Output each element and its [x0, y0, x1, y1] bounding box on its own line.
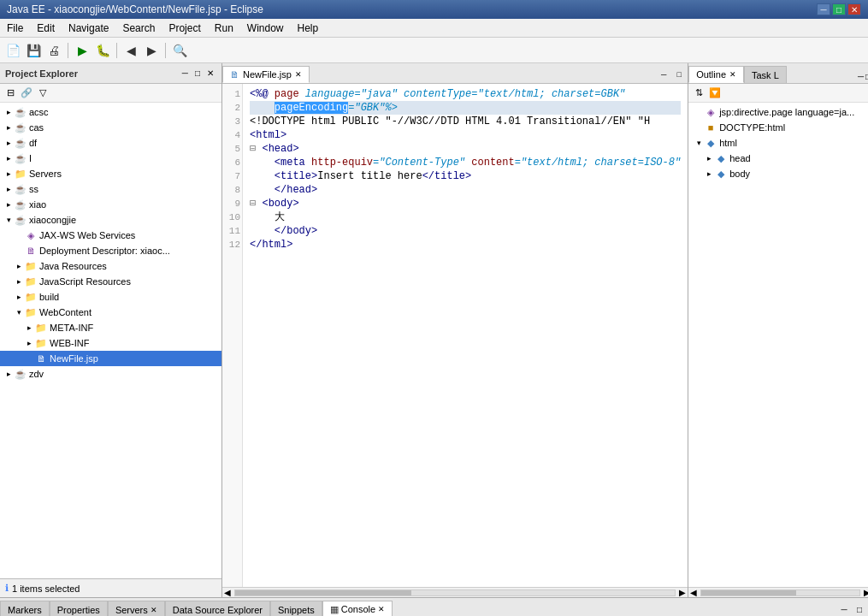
toggle-zdv[interactable]: [3, 369, 14, 379]
print-button[interactable]: 🖨: [44, 41, 63, 60]
tab-label: NewFile.jsp: [243, 69, 292, 80]
outline-item-doctype[interactable]: ■ DOCTYPE:html: [688, 120, 868, 135]
toggle-meta-inf[interactable]: [24, 323, 34, 333]
search-button[interactable]: 🔍: [170, 41, 189, 60]
tree-item-cas[interactable]: ☕ cas: [0, 120, 221, 135]
tree-item-ss[interactable]: ☕ ss: [0, 181, 221, 197]
toggle-webcontent[interactable]: [14, 307, 24, 317]
tree-item-acsc[interactable]: ☕ acsc: [0, 104, 221, 120]
outline-tab-close[interactable]: ✕: [729, 70, 736, 79]
outline-scroll-right[interactable]: ▶: [862, 588, 868, 597]
menu-file[interactable]: File: [0, 19, 30, 37]
minimize-console-button[interactable]: ─: [837, 602, 851, 616]
scroll-left-button[interactable]: ◀: [222, 588, 233, 597]
view-menu-button[interactable]: ▽: [35, 86, 50, 101]
tab-markers[interactable]: Markers: [0, 601, 50, 616]
toggle-acsc[interactable]: [3, 107, 14, 117]
link-editor-button[interactable]: 🔗: [19, 86, 34, 101]
toggle-I[interactable]: [3, 153, 14, 163]
maximize-button[interactable]: □: [832, 3, 846, 15]
tree-item-deployment[interactable]: 🗎 Deployment Descriptor: xiaoc...: [0, 243, 221, 258]
toggle-java-resources[interactable]: [14, 261, 24, 271]
tree-item-xiaocongjie[interactable]: ☕ xiaocongjie: [0, 212, 221, 228]
menu-search[interactable]: Search: [115, 19, 162, 37]
menu-navigate[interactable]: Navigate: [62, 19, 115, 37]
scroll-right-button[interactable]: ▶: [677, 588, 688, 597]
editor-tab-newfile[interactable]: 🗎 NewFile.jsp ✕: [222, 66, 310, 83]
new-button[interactable]: 📄: [3, 41, 22, 60]
scrollbar-track[interactable]: [234, 589, 676, 596]
tree-item-zdv[interactable]: ☕ zdv: [0, 366, 221, 382]
toggle-ss[interactable]: [3, 184, 14, 194]
minimize-button[interactable]: ─: [817, 3, 830, 15]
outline-tab[interactable]: Outline ✕: [688, 66, 744, 83]
tree-item-Servers[interactable]: 📁 Servers: [0, 166, 221, 181]
toggle-js-resources[interactable]: [14, 276, 24, 287]
toggle-body[interactable]: [704, 169, 714, 179]
project-explorer-panel: Project Explorer ─ □ ✕ ⊟ 🔗 ▽ ☕ acsc: [0, 63, 222, 597]
minimize-outline-button[interactable]: ─: [858, 72, 864, 81]
outline-item-directive[interactable]: ◈ jsp:directive.page language=ja...: [688, 104, 868, 120]
scrollbar-thumb[interactable]: [235, 590, 411, 595]
console-tab-close[interactable]: ✕: [378, 605, 385, 613]
outline-scrollbar-thumb[interactable]: [701, 590, 796, 595]
close-panel-button[interactable]: ✕: [204, 68, 216, 79]
tree-item-build[interactable]: 📁 build: [0, 289, 221, 305]
tab-snippets[interactable]: Snippets: [270, 601, 322, 616]
editor-horizontal-scrollbar[interactable]: ◀ ▶: [222, 587, 688, 597]
tab-console[interactable]: ▦ Console ✕: [322, 601, 393, 616]
menu-edit[interactable]: Edit: [30, 19, 62, 37]
toggle-build[interactable]: [14, 292, 24, 302]
toggle-web-inf[interactable]: [24, 338, 34, 348]
toggle-Servers[interactable]: [3, 169, 14, 179]
tree-item-df[interactable]: ☕ df: [0, 135, 221, 151]
tab-datasource[interactable]: Data Source Explorer: [165, 601, 270, 616]
toggle-head[interactable]: [704, 153, 714, 163]
tree-item-meta-inf[interactable]: 📁 META-INF: [0, 320, 221, 335]
save-button[interactable]: 💾: [24, 41, 43, 60]
tree-item-web-inf[interactable]: 📁 WEB-INF: [0, 335, 221, 351]
code-content[interactable]: <%@ page language="java" contentType="te…: [243, 84, 688, 587]
outline-scrollbar[interactable]: ◀ ▶: [688, 587, 868, 597]
collapse-all-button[interactable]: ⊟: [3, 86, 18, 101]
tree-item-xiao[interactable]: ☕ xiao: [0, 197, 221, 212]
tree-item-I[interactable]: ☕ I: [0, 151, 221, 166]
maximize-panel-button[interactable]: □: [192, 68, 203, 79]
tree-item-java-resources[interactable]: 📁 Java Resources: [0, 258, 221, 274]
toggle-df[interactable]: [3, 138, 14, 148]
menu-project[interactable]: Project: [162, 19, 207, 37]
tasklist-tab[interactable]: Task L: [744, 66, 787, 83]
tree-item-jax-ws[interactable]: ◈ JAX-WS Web Services: [0, 228, 221, 243]
outline-scroll-left[interactable]: ◀: [688, 588, 699, 597]
tree-item-newfile[interactable]: 🗎 NewFile.jsp: [0, 351, 221, 366]
menu-help[interactable]: Help: [291, 19, 326, 37]
forward-button[interactable]: ▶: [142, 41, 161, 60]
outline-filter-button[interactable]: 🔽: [707, 86, 723, 101]
tree-item-js-resources[interactable]: 📁 JavaScript Resources: [0, 274, 221, 289]
close-button[interactable]: ✕: [847, 3, 861, 15]
outline-scrollbar-track[interactable]: [700, 589, 860, 596]
toggle-cas[interactable]: [3, 122, 14, 133]
code-editor[interactable]: 12345 678910 1112 <%@ page language="jav…: [222, 84, 688, 587]
servers-tab-close[interactable]: ✕: [151, 606, 157, 614]
maximize-console-button[interactable]: □: [853, 602, 866, 616]
menu-run[interactable]: Run: [208, 19, 240, 37]
run-button[interactable]: ▶: [73, 41, 92, 60]
tab-close-button[interactable]: ✕: [295, 70, 302, 79]
toggle-html[interactable]: [694, 138, 704, 148]
minimize-panel-button[interactable]: ─: [180, 68, 191, 79]
menu-window[interactable]: Window: [240, 19, 291, 37]
toggle-xiao[interactable]: [3, 199, 14, 210]
maximize-editor-button[interactable]: □: [672, 68, 686, 81]
minimize-editor-button[interactable]: ─: [657, 68, 670, 81]
outline-item-body[interactable]: ◆ body: [688, 166, 868, 181]
toggle-xiaocongjie[interactable]: [3, 215, 14, 225]
back-button[interactable]: ◀: [121, 41, 140, 60]
outline-item-head[interactable]: ◆ head: [688, 151, 868, 166]
tab-servers[interactable]: Servers ✕: [108, 601, 165, 616]
tree-item-webcontent[interactable]: 📁 WebContent: [0, 305, 221, 320]
debug-button[interactable]: 🐛: [93, 41, 112, 60]
tab-properties[interactable]: Properties: [50, 601, 108, 616]
outline-item-html[interactable]: ◆ html: [688, 135, 868, 151]
outline-sort-button[interactable]: ⇅: [691, 86, 706, 101]
